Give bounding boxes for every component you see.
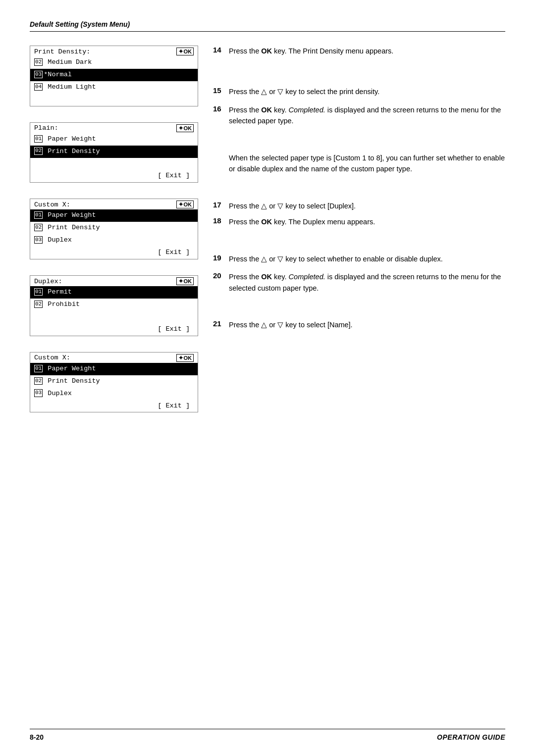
step-17-text: Press the △ or ▽ key to select [Duplex]. [229, 201, 356, 211]
badge-04: 04 [34, 83, 43, 91]
screen1-row2-highlighted: 03*Normal [30, 69, 198, 81]
ok5-label: OK [184, 355, 192, 361]
screen-print-density: Print Density: ✦OK 02 Medium Dark 03*Nor… [30, 46, 198, 106]
ok2-label: OK [184, 125, 192, 131]
step-16-num: 16 [213, 104, 229, 113]
screen5-title: Custom X: [34, 354, 70, 361]
screen-custom-x-1: Custom X: ✦OK 01 Paper Weight 02 Print D… [30, 199, 198, 259]
screen5-row1-highlighted: 01 Paper Weight [30, 363, 198, 375]
ok-label: OK [184, 49, 192, 54]
screen3-row2: 02 Print Density [30, 222, 198, 234]
explanation-num [213, 152, 229, 161]
screen2-spacer [30, 158, 198, 170]
step-14-num: 14 [213, 46, 229, 54]
badge2-02: 02 [34, 147, 43, 154]
badge4-02: 02 [34, 301, 43, 308]
screen5-row3: 03 Duplex [30, 388, 198, 400]
badge5-01: 01 [34, 365, 43, 372]
ok-diamond5-icon: ✦ [178, 354, 183, 361]
screen3-title-row: Custom X: ✦OK [30, 199, 198, 209]
badge5-03: 03 [34, 389, 43, 397]
step-20-num: 20 [213, 271, 229, 280]
badge4-01: 01 [34, 288, 43, 296]
screen3-ok-btn: ✦OK [176, 201, 194, 208]
screen2-row2-highlighted: 02 Print Density [30, 146, 198, 158]
step-14-item: 14 Press the OK key. The Print Density m… [213, 46, 505, 56]
page-header: Default Setting (System Menu) [30, 20, 505, 32]
step-17-item: 17 Press the △ or ▽ key to select [Duple… [213, 201, 505, 211]
ok4-label: OK [184, 278, 192, 284]
step-19-item: 19 Press the △ or ▽ key to select whethe… [213, 253, 505, 264]
explanation-text: When the selected paper type is [Custom … [229, 152, 505, 175]
badge3-01: 01 [34, 211, 43, 219]
screen1-ok-btn: ✦OK [176, 48, 194, 55]
screen4-exit: [ Exit ] [30, 323, 198, 336]
screen2-ok-btn: ✦OK [176, 124, 194, 132]
screen-custom-x-2: Custom X: ✦OK 01 Paper Weight 02 Print D… [30, 352, 198, 413]
ok3-label: OK [184, 202, 192, 207]
badge-02: 02 [34, 58, 43, 66]
step-16-text: Press the OK key. Completed. is displaye… [229, 104, 505, 127]
screen1-spacer [30, 94, 198, 106]
step-19-text: Press the △ or ▽ key to select whether t… [229, 253, 443, 264]
screen2-title: Plain: [34, 124, 58, 132]
screen1-title: Print Density: [34, 48, 90, 55]
screen2-title-row: Plain: ✦OK [30, 123, 198, 133]
explanation-item: When the selected paper type is [Custom … [213, 152, 505, 175]
badge3-02: 02 [34, 224, 43, 231]
step-21-text: Press the △ or ▽ key to select [Name]. [229, 319, 353, 330]
screen1-row1: 02 Medium Dark [30, 56, 198, 69]
ok-diamond2-icon: ✦ [178, 125, 183, 132]
page-container: Default Setting (System Menu) Print Dens… [0, 0, 535, 756]
badge5-02: 02 [34, 377, 43, 385]
step-21-item: 21 Press the △ or ▽ key to select [Name]… [213, 319, 505, 330]
footer-page-number: 8-20 [30, 733, 44, 741]
screen3-row3: 03 Duplex [30, 234, 198, 247]
step-20-text: Press the OK key. Completed. is displaye… [229, 271, 505, 294]
screen5-row2: 02 Print Density [30, 375, 198, 388]
ok-diamond4-icon: ✦ [178, 278, 183, 285]
page-footer: 8-20 OPERATION GUIDE [30, 729, 505, 741]
screen5-exit: [ Exit ] [30, 400, 198, 412]
screen3-exit: [ Exit ] [30, 247, 198, 259]
screen5-ok-btn: ✦OK [176, 354, 194, 362]
screen5-title-row: Custom X: ✦OK [30, 353, 198, 363]
badge-03: 03 [34, 71, 43, 78]
badge2-01: 01 [34, 135, 43, 143]
screen4-title-row: Duplex: ✦OK [30, 276, 198, 286]
right-column: 14 Press the OK key. The Print Density m… [198, 46, 505, 412]
step-21-num: 21 [213, 319, 229, 328]
screen4-ok-btn: ✦OK [176, 277, 194, 285]
screen4-row2: 02 Prohibit [30, 299, 198, 311]
screen4-spacer [30, 311, 198, 323]
header-title: Default Setting (System Menu) [30, 20, 130, 28]
step-17-num: 17 [213, 201, 229, 209]
main-content: Print Density: ✦OK 02 Medium Dark 03*Nor… [30, 46, 505, 412]
step-19-num: 19 [213, 253, 229, 262]
screen-plain: Plain: ✦OK 01 Paper Weight 02 Print Dens… [30, 122, 198, 183]
screen1-title-row: Print Density: ✦OK [30, 46, 198, 56]
footer-guide-label: OPERATION GUIDE [437, 733, 505, 741]
screen3-title: Custom X: [34, 201, 70, 208]
left-column: Print Density: ✦OK 02 Medium Dark 03*Nor… [30, 46, 198, 412]
step-16-item: 16 Press the OK key. Completed. is displ… [213, 104, 505, 127]
ok-diamond3-icon: ✦ [178, 201, 183, 208]
step-18-item: 18 Press the OK key. The Duplex menu app… [213, 216, 505, 227]
step-18-text: Press the OK key. The Duplex menu appear… [229, 216, 375, 227]
ok-diamond-icon: ✦ [178, 48, 183, 55]
step-20-item: 20 Press the OK key. Completed. is displ… [213, 271, 505, 294]
screen1-row3: 04 Medium Light [30, 81, 198, 94]
screen3-row1-highlighted: 01 Paper Weight [30, 209, 198, 222]
screen2-exit: [ Exit ] [30, 170, 198, 182]
step-15-text: Press the △ or ▽ key to select the print… [229, 86, 379, 97]
step-15-item: 15 Press the △ or ▽ key to select the pr… [213, 86, 505, 97]
badge3-03: 03 [34, 236, 43, 244]
screen-duplex: Duplex: ✦OK 01 Permit 02 Prohibit [ Exit… [30, 275, 198, 336]
step-14-text: Press the OK key. The Print Density menu… [229, 46, 393, 56]
step-15-num: 15 [213, 86, 229, 95]
step-18-num: 18 [213, 216, 229, 225]
screen4-title: Duplex: [34, 278, 62, 285]
screen4-row1-highlighted: 01 Permit [30, 286, 198, 299]
screen2-row1: 01 Paper Weight [30, 133, 198, 146]
